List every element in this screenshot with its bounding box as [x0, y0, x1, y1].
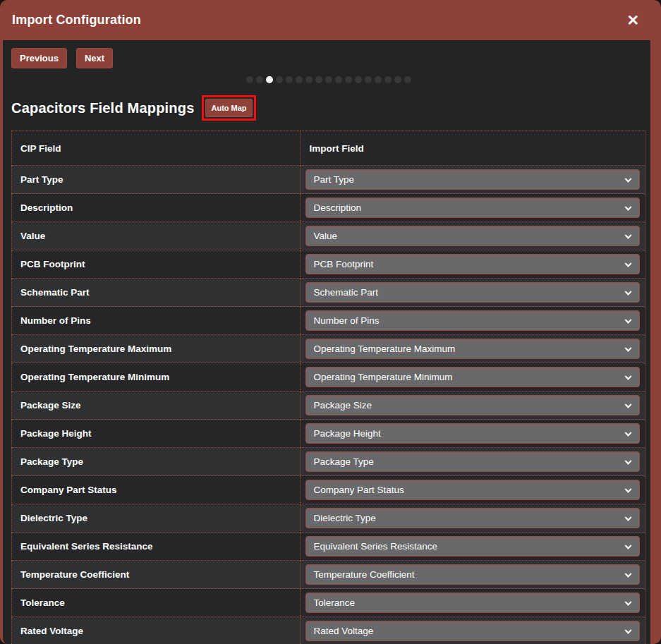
cip-field-label: Operating Temperature Minimum — [12, 363, 301, 391]
pagination-dot[interactable] — [276, 76, 283, 83]
import-field-select[interactable]: Operating Temperature Maximum — [305, 339, 640, 359]
import-field-select[interactable]: Description — [305, 198, 640, 218]
pagination-dot[interactable] — [394, 76, 401, 83]
table-row: Operating Temperature MaximumOperating T… — [12, 335, 645, 363]
table-row: Operating Temperature MinimumOperating T… — [12, 363, 645, 391]
cip-field-label: Rated Voltage — [12, 617, 301, 644]
cip-field-label: Description — [12, 194, 301, 222]
table-row: ToleranceTolerance — [12, 589, 645, 617]
pagination-dot[interactable] — [335, 76, 342, 83]
page-title: Capacitors Field Mappings — [11, 100, 194, 116]
pagination-dot[interactable] — [365, 76, 372, 83]
field-mappings-body: Part TypePart TypeDescriptionDescription… — [12, 166, 645, 644]
cip-field-label: Number of Pins — [12, 307, 301, 335]
import-field-select[interactable]: Equivalent Series Resistance — [305, 536, 640, 557]
cip-field-label: Value — [12, 222, 301, 250]
table-row: Rated VoltageRated Voltage — [12, 617, 645, 644]
import-field-select[interactable]: Company Part Status — [305, 480, 640, 500]
close-icon[interactable]: ✕ — [626, 13, 639, 28]
import-field-select[interactable]: Schematic Part — [305, 282, 640, 303]
section-header: Capacitors Field Mappings Auto Map — [11, 95, 645, 121]
table-row: Schematic PartSchematic Part — [12, 279, 645, 307]
import-field-select[interactable]: Dielectric Type — [305, 508, 640, 528]
import-field-select[interactable]: Package Size — [305, 395, 640, 415]
column-header-cip-field: CIP Field — [12, 131, 301, 166]
table-row: Dielectric TypeDielectric Type — [12, 504, 645, 533]
table-row: Part TypePart Type — [12, 166, 645, 194]
import-field-select[interactable]: Tolerance — [305, 593, 640, 613]
table-row: Number of PinsNumber of Pins — [12, 307, 645, 335]
next-button[interactable]: Next — [76, 48, 113, 68]
column-header-import-field: Import Field — [301, 131, 645, 166]
table-row: ValueValue — [12, 222, 645, 250]
cip-field-label: Tolerance — [12, 589, 301, 617]
table-row: Temperature CoefficientTemperature Coeff… — [12, 561, 645, 589]
field-mappings-table: CIP Field Import Field Part TypePart Typ… — [11, 130, 645, 644]
cip-field-label: Dielectric Type — [12, 504, 301, 533]
import-field-select[interactable]: Package Type — [305, 451, 640, 472]
dialog-header: Import Configuration ✕ — [3, 0, 650, 40]
table-row: Package SizePackage Size — [12, 391, 645, 420]
auto-map-button[interactable]: Auto Map — [205, 99, 252, 117]
pagination-dot[interactable] — [305, 76, 313, 83]
dialog-body: Previous Next Capacitors Field Mappings … — [3, 40, 650, 644]
pagination-dot[interactable] — [375, 76, 382, 83]
import-field-select[interactable]: Operating Temperature Minimum — [305, 367, 640, 387]
table-header-row: CIP Field Import Field — [12, 131, 645, 166]
import-field-select[interactable]: Temperature Coefficient — [305, 564, 640, 585]
previous-button[interactable]: Previous — [11, 48, 67, 68]
pagination-dot[interactable] — [315, 76, 322, 83]
pagination-dot-active[interactable] — [266, 76, 273, 83]
table-row: PCB FootprintPCB Footprint — [12, 250, 645, 279]
import-field-select[interactable]: Part Type — [305, 169, 640, 190]
cip-field-label: Package Size — [12, 391, 301, 420]
cip-field-label: PCB Footprint — [12, 250, 301, 279]
cip-field-label: Schematic Part — [12, 279, 301, 307]
pagination-dot[interactable] — [345, 76, 352, 83]
cip-field-label: Package Height — [12, 420, 301, 448]
import-field-select[interactable]: Number of Pins — [305, 310, 640, 331]
import-field-select[interactable]: Package Height — [305, 423, 640, 444]
pagination-dots — [11, 76, 645, 83]
pagination-dot[interactable] — [404, 76, 411, 83]
table-row: Package HeightPackage Height — [12, 420, 645, 448]
table-row: Equivalent Series ResistanceEquivalent S… — [12, 533, 645, 561]
pagination-dot[interactable] — [246, 76, 253, 83]
pagination-dot[interactable] — [325, 76, 332, 83]
cip-field-label: Temperature Coefficient — [12, 561, 301, 589]
table-row: DescriptionDescription — [12, 194, 645, 222]
pagination-dot[interactable] — [355, 76, 362, 83]
pagination-dot[interactable] — [296, 76, 303, 83]
import-field-select[interactable]: Value — [305, 226, 640, 246]
cip-field-label: Part Type — [12, 166, 301, 194]
auto-map-highlight-box: Auto Map — [202, 95, 255, 121]
cip-field-label: Package Type — [12, 448, 301, 476]
cip-field-label: Company Part Status — [12, 476, 301, 504]
import-field-select[interactable]: Rated Voltage — [305, 621, 640, 641]
import-configuration-dialog: Import Configuration ✕ Previous Next Cap… — [0, 0, 661, 644]
pagination-dot[interactable] — [286, 76, 293, 83]
table-row: Company Part StatusCompany Part Status — [12, 476, 645, 504]
pagination-dot[interactable] — [256, 76, 263, 83]
cip-field-label: Operating Temperature Maximum — [12, 335, 301, 363]
cip-field-label: Equivalent Series Resistance — [12, 533, 301, 561]
wizard-nav: Previous Next — [11, 48, 645, 68]
table-row: Package TypePackage Type — [12, 448, 645, 476]
dialog-title: Import Configuration — [12, 13, 141, 28]
pagination-dot[interactable] — [384, 76, 392, 83]
import-field-select[interactable]: PCB Footprint — [305, 254, 640, 274]
